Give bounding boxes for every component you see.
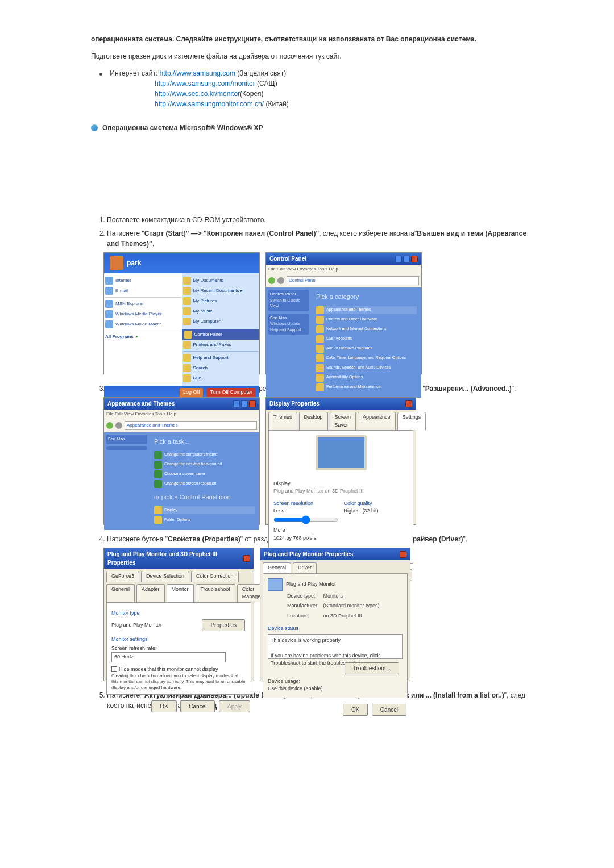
wmm-icon [105,320,113,328]
ok-button[interactable]: OK [343,704,368,716]
cancel-button[interactable]: Cancel [180,700,215,712]
cp-menu: File Edit View Favorites Tools Help [266,265,421,274]
cancel-button[interactable]: Cancel [372,704,406,716]
step-2: Натиснете "Старт (Start)" —> "Контролен … [107,228,529,249]
back-icon[interactable] [106,422,113,429]
link-4-tail: (Китай) [264,100,289,108]
msn-icon [105,300,113,308]
link-2-tail: (САЩ) [255,80,277,87]
intro-line1: Подгответе празен диск и изтеглете файла… [91,51,529,61]
pick-category-label: Pick a category [316,292,417,302]
cat-appearance[interactable]: Appearance and Themes [316,306,417,314]
internet-label: Интернет сайт: [110,69,157,77]
heading-winxp: Операционна система Microsoft® Windows® … [102,123,263,133]
monitor-tab[interactable]: Monitor [167,584,194,602]
fwd-icon [277,277,284,284]
section-bullet-icon [91,124,98,131]
refresh-rate-select[interactable]: 60 Hertz [111,652,226,662]
internet-row: Интернет сайт: http://www.samsung.com (З… [99,68,529,78]
link-1[interactable]: http://www.samsung.com [160,69,235,77]
control-panel-item[interactable]: Control Panel [182,329,260,340]
cp-title: Control Panel [269,254,306,263]
intro-bold: операционната система. Следвайте инструк… [91,34,529,44]
avatar-icon [110,256,123,270]
properties-button[interactable]: Properties [202,619,245,631]
start-user: park [127,258,141,268]
link-3-tail: (Корея) [240,90,264,98]
troubleshoot-button[interactable]: Troubleshoot... [345,662,399,674]
screenshot-start-menu: park Internet E-mail MSN Explorer Window… [103,252,260,374]
wmp-icon [105,310,113,318]
bullet-icon [99,73,102,76]
link-2[interactable]: http://www.samsung.com/monitor [155,80,255,87]
turnoff-button[interactable]: Turn Off Computer [206,388,256,397]
link-4[interactable]: http://www.samsungmonitor.com.cn/ [155,100,264,108]
mail-icon [105,287,113,295]
display-icon-item[interactable]: Display [154,506,255,514]
back-icon[interactable] [268,277,275,284]
ok-button[interactable]: OK [151,700,176,712]
link-3[interactable]: http://www.sec.co.kr/monitor [155,90,240,98]
control-panel-icon [184,331,192,339]
driver-tab[interactable]: Driver [293,562,317,573]
screenshot-control-panel: Control Panel File Edit View Favorites T… [265,252,422,374]
settings-tab[interactable]: Settings [397,412,426,430]
color-quality-select[interactable]: Highest (32 bit) [344,508,379,514]
general-tab[interactable]: General [263,562,291,573]
apply-button: Apply [219,700,250,712]
ie-icon [105,277,113,285]
screenshot-monitor-advanced: Plug and Play Monitor and 3D Prophet III… [103,548,254,681]
cp-addr[interactable]: Control Panel [287,276,419,285]
monitor-icon [268,578,283,591]
screenshot-pnp-properties: Plug and Play Monitor Properties General… [260,548,410,681]
pick-task-label: Pick a task... [154,437,255,446]
screenshot-display-properties: Display Properties Themes Desktop Screen… [265,397,416,525]
docs-icon [183,277,191,285]
step-1: Поставете компактдиска в CD-ROM устройст… [107,215,529,225]
device-usage-select[interactable]: Use this device (enable) [268,686,323,691]
link-1-tail: (За целия свят) [235,69,286,77]
screenshot-appearance-themes: Appearance and Themes File Edit View Fav… [103,397,260,525]
or-pick-label: or pick a Control Panel icon [154,493,255,502]
logoff-button[interactable]: Log Off [180,388,203,397]
hide-modes-checkbox[interactable] [111,666,117,672]
monitor-preview-icon [316,435,367,470]
resolution-slider[interactable] [273,515,338,524]
